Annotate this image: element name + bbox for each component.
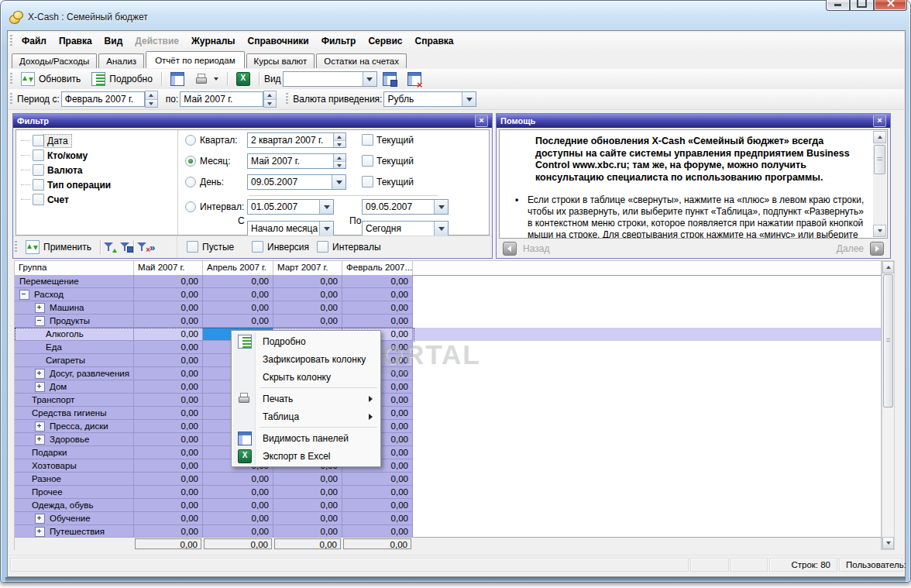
filter-option-2[interactable]: Инверсия	[252, 241, 309, 253]
value-cell[interactable]: 0,00	[203, 512, 273, 525]
group-cell[interactable]: Одежда, обувь	[15, 499, 134, 512]
interval-from-preset-dropdown[interactable]	[319, 222, 333, 236]
scroll-up-icon[interactable]	[882, 261, 894, 273]
expand-icon[interactable]	[35, 421, 45, 432]
interval-radio[interactable]	[185, 201, 196, 212]
value-cell[interactable]: 0,00	[134, 354, 203, 367]
group-cell[interactable]: Прочее	[15, 486, 134, 499]
table-row[interactable]: Транспорт0,000,000,000,00	[15, 394, 881, 407]
group-cell[interactable]: Подарки	[15, 446, 134, 459]
period-value-field[interactable]: 09.05.2007	[247, 174, 346, 190]
value-cell[interactable]: 0,00	[342, 275, 413, 288]
expand-icon[interactable]	[35, 514, 45, 524]
interval-to-combobox[interactable]: 09.05.2007	[362, 199, 449, 215]
value-cell[interactable]: 0,00	[342, 315, 413, 328]
context-menu-item[interactable]: Печать	[233, 390, 379, 407]
minimize-button[interactable]	[826, 0, 850, 11]
group-cell[interactable]: Разное	[15, 473, 134, 486]
table-row[interactable]: Здоровье0,000,000,000,00	[15, 433, 881, 446]
toolbar-grip[interactable]	[10, 73, 12, 85]
title-bar[interactable]: X-Cash : Семейный бюджет	[9, 6, 902, 28]
value-cell[interactable]: 0,00	[134, 288, 203, 301]
table-row[interactable]: Обучение0,000,000,000,00	[15, 512, 881, 525]
filter-close-icon[interactable]: ×	[475, 115, 488, 127]
filter-save-icon[interactable]	[120, 242, 130, 253]
group-cell[interactable]: Путешествия	[15, 525, 134, 537]
group-cell[interactable]: Перемещение	[15, 275, 134, 288]
value-cell[interactable]: 0,00	[134, 446, 203, 459]
spinner-up-icon[interactable]	[334, 133, 345, 141]
table-row[interactable]: Расход0,000,000,000,00	[15, 288, 881, 301]
help-close-icon[interactable]: ×	[873, 115, 886, 127]
value-cell[interactable]: 0,00	[273, 499, 342, 512]
value-cell[interactable]: 0,00	[273, 288, 342, 301]
interval-from-dropdown[interactable]	[319, 200, 333, 214]
value-cell[interactable]: 0,00	[342, 486, 413, 499]
value-cell[interactable]: 0,00	[134, 473, 203, 486]
period-value-field[interactable]: 2 квартал 2007 г.	[247, 132, 346, 148]
value-cell[interactable]: 0,00	[134, 275, 203, 288]
excel-export-button[interactable]	[231, 70, 256, 88]
group-cell[interactable]: Пресса, диски	[15, 420, 134, 433]
group-cell[interactable]: Досуг, развлечения	[15, 367, 134, 380]
menu-item[interactable]: Вид	[98, 34, 129, 48]
option-checkbox[interactable]	[317, 241, 328, 253]
save-view-button[interactable]	[377, 70, 402, 88]
value-cell[interactable]: 0,00	[273, 525, 342, 537]
value-cell[interactable]: 0,00	[342, 525, 413, 537]
value-cell[interactable]: 0,00	[134, 499, 203, 512]
menu-item[interactable]: Правка	[53, 34, 98, 48]
value-cell[interactable]: 0,00	[134, 512, 203, 525]
currency-dropdown-button[interactable]	[462, 92, 476, 106]
delete-view-button[interactable]	[402, 70, 427, 88]
close-button[interactable]	[874, 0, 907, 11]
value-cell[interactable]: 0,00	[134, 407, 203, 420]
table-row[interactable]: Продукты0,000,000,000,00	[15, 315, 881, 328]
interval-from-combobox[interactable]: 01.05.2007	[247, 199, 334, 215]
print-button[interactable]	[190, 70, 224, 88]
current-checkbox[interactable]	[362, 176, 373, 187]
group-cell[interactable]: Расход	[15, 288, 134, 301]
menu-item[interactable]: Действие	[129, 34, 185, 48]
value-cell[interactable]: 0,00	[342, 301, 413, 315]
collapse-icon[interactable]	[19, 290, 29, 300]
refresh-button[interactable]: Обновить	[15, 70, 86, 88]
option-checkbox[interactable]	[187, 241, 198, 253]
tab[interactable]: Отчёт по периодам	[146, 51, 244, 68]
value-cell[interactable]: 0,00	[134, 394, 203, 407]
group-cell[interactable]: Еда	[15, 341, 134, 354]
period-value-field[interactable]: Май 2007 г.	[247, 153, 346, 169]
period-to-field[interactable]: Май 2007 г.	[180, 91, 263, 107]
value-cell[interactable]: 0,00	[342, 288, 413, 301]
value-cell[interactable]: 0,00	[203, 473, 273, 486]
group-cell[interactable]: Машина	[15, 301, 134, 315]
context-menu-item[interactable]: Экспорт в Excel	[233, 447, 379, 465]
group-cell[interactable]: Алкоголь	[15, 328, 134, 341]
spinner-up-icon[interactable]	[334, 154, 345, 162]
context-menu-item[interactable]: Таблица	[233, 407, 379, 425]
filter-clear-icon[interactable]: ×	[137, 242, 147, 253]
expand-icon[interactable]	[35, 303, 45, 313]
help-next-button[interactable]	[870, 242, 884, 256]
menu-item[interactable]: Файл	[15, 34, 53, 48]
tab[interactable]: Остатки на счетах	[316, 53, 407, 68]
value-cell[interactable]: 0,00	[203, 301, 273, 315]
toolbar-grip[interactable]	[10, 93, 12, 105]
context-menu-item[interactable]: Зафиксировать колонку	[233, 350, 379, 368]
value-cell[interactable]: 0,00	[203, 288, 273, 301]
help-back-button[interactable]	[503, 242, 517, 256]
column-header[interactable]: Февраль 2007...	[342, 261, 413, 275]
value-cell[interactable]: 0,00	[203, 275, 273, 288]
menu-item[interactable]: Журналы	[185, 34, 241, 48]
column-header[interactable]: Март 2007 г.	[273, 261, 342, 275]
table-row[interactable]: Еда0,000,000,000,00	[15, 341, 881, 354]
group-cell[interactable]: Продукты	[15, 315, 134, 328]
group-cell[interactable]: Обучение	[15, 512, 134, 525]
table-row[interactable]: Путешествия0,000,000,000,00	[15, 525, 881, 537]
value-cell[interactable]: 0,00	[273, 315, 342, 328]
column-header[interactable]: Группа	[15, 261, 134, 275]
value-cell[interactable]: 0,00	[342, 473, 413, 486]
spinner-down-icon[interactable]	[334, 141, 345, 148]
group-cell[interactable]: Дом	[15, 380, 134, 394]
filter-option-3[interactable]: Интервалы	[317, 241, 381, 253]
